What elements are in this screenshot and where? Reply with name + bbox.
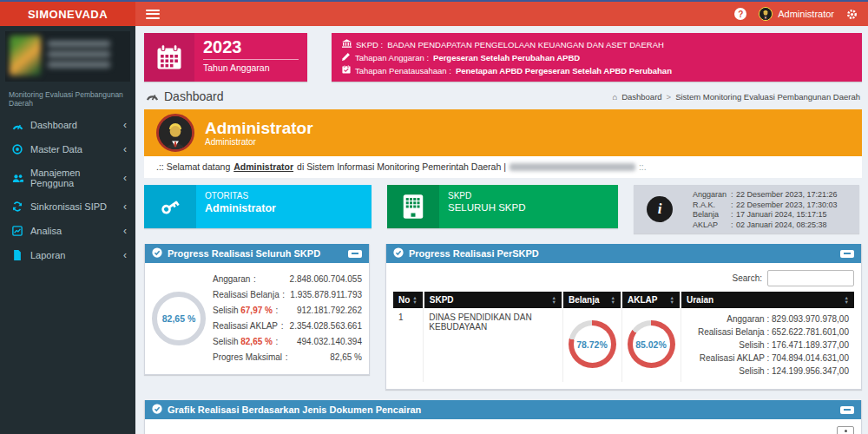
sidebar-section-label: Monitoring Evaluasi Pembangunan Daerah: [0, 83, 135, 113]
row-no: 1: [393, 308, 424, 382]
database-circle-icon: [11, 144, 23, 155]
check-circle-icon: [393, 246, 404, 261]
skpd-info-banner: SKPD : BADAN PENDAPATAN PENGELOLAAN KEUA…: [332, 33, 862, 82]
collapse-button[interactable]: [840, 250, 854, 258]
search-input[interactable]: [767, 270, 854, 286]
perskpd-table: No▲▼ SKPD▲▼ Belanja▲▼ AKLAP▲▼ Uraian▲▼ 1: [393, 292, 854, 382]
bank-icon: [342, 38, 352, 51]
belanja-donut-gauge: 78.72%: [569, 320, 616, 368]
dashboard-icon: [146, 89, 159, 103]
search-label: Search:: [733, 273, 762, 283]
chart-line-icon: [11, 226, 23, 236]
chevron-left-icon: ‹: [123, 143, 127, 155]
breadcrumb-current: Sistem Monitoring Evaluasi Pembangunan D…: [675, 92, 860, 102]
sidebar-toggle-button[interactable]: [146, 10, 160, 19]
building-icon: [387, 185, 439, 228]
redacted-region-name: [510, 163, 635, 171]
page-title: Dashboard: [146, 89, 224, 103]
collapse-button[interactable]: [348, 250, 362, 258]
row-uraian: Anggaran : 829.093.970.978,00 Realisasi …: [681, 308, 854, 382]
sidebar-item-laporan[interactable]: Laporan ‹: [0, 243, 135, 267]
sort-icon: ▲▼: [670, 296, 674, 304]
anggaran-year-label: Tahun Anggaran: [203, 62, 299, 73]
tahun-anggaran-box: 2023 Tahun Anggaran: [144, 33, 307, 82]
users-icon: [11, 174, 23, 183]
column-header-skpd[interactable]: SKPD▲▼: [424, 292, 562, 308]
info-icon: i: [647, 196, 673, 222]
column-header-aklap[interactable]: AKLAP▲▼: [621, 292, 681, 308]
sidebar-item-sinkronisasi-sipd[interactable]: Sinkronisasi SIPD ‹: [0, 194, 135, 219]
breadcrumb-home[interactable]: Dashboard: [621, 92, 661, 102]
org-logo-blurred: [5, 31, 130, 82]
sidebar-item-master-data[interactable]: Master Data ‹: [0, 137, 135, 161]
home-icon: ⌂: [612, 92, 617, 102]
sidebar-item-analisa[interactable]: Analisa ‹: [0, 219, 135, 243]
welcome-username: Administrator: [233, 161, 293, 172]
profile-avatar: [156, 114, 194, 152]
collapse-button[interactable]: [840, 406, 854, 414]
breadcrumb: ⌂ Dashboard > Sistem Monitoring Evaluasi…: [612, 92, 860, 102]
tahapan-anggaran-value: Pergeseran Setelah Perubahan APBD: [433, 51, 580, 64]
chevron-left-icon: ‹: [123, 119, 127, 131]
profile-banner: Administrator Administrator: [144, 109, 862, 156]
sort-icon: ▲▼: [412, 296, 417, 304]
calendar-check-icon: [342, 64, 351, 77]
sync-icon: [11, 201, 23, 212]
otoritas-value: Administrator: [205, 202, 363, 214]
sort-icon: ▲▼: [611, 296, 615, 304]
aklap-donut-gauge: 85.02%: [628, 320, 675, 368]
panel-progress-perskpd: Progress Realisasi PerSKPD Search: No▲▼: [385, 244, 862, 390]
total-progress-gauge: 82,65 %: [152, 292, 206, 345]
panel-grafik-realisasi: Grafik Realisasi Berdasarkan Jenis Dokum…: [144, 400, 862, 434]
otoritas-box[interactable]: OTORITAS Administrator: [144, 185, 372, 228]
app-logo[interactable]: SIMONEVADA: [0, 2, 135, 26]
check-circle-icon: [152, 402, 162, 418]
column-header-belanja[interactable]: Belanja▲▼: [562, 292, 621, 308]
settings-gear-icon[interactable]: [846, 9, 858, 20]
panel-progress-seluruh-skpd: Progress Realisasi Seluruh SKPD 82,65 % …: [144, 244, 370, 375]
chevron-left-icon: ‹: [123, 249, 127, 261]
edit-pencil-icon: [342, 51, 351, 64]
main-content: 2023 Tahun Anggaran SKPD : BADAN PENDAPA…: [135, 26, 868, 434]
user-avatar: [759, 7, 773, 21]
file-icon: [11, 250, 23, 260]
sidebar-item-dashboard[interactable]: Dashboard ‹: [0, 113, 135, 137]
sidebar-item-manajemen-pengguna[interactable]: Manajemen Pengguna ‹: [0, 161, 135, 194]
anggaran-year: 2023: [203, 37, 299, 57]
sync-timestamps-box: i Anggaran:22 Desember 2023, 17:21:26 R.…: [634, 185, 859, 233]
sort-icon: ▲▼: [552, 296, 556, 304]
profile-name: Administrator: [205, 120, 313, 137]
key-icon: [144, 185, 196, 228]
skpd-scope-value: SELURUH SKPD: [448, 202, 609, 213]
column-header-uraian[interactable]: Uraian▲▼: [681, 292, 854, 308]
column-header-no[interactable]: No▲▼: [393, 292, 424, 308]
skpd-name: BADAN PENDAPATAN PENGELOLAAN KEUANGAN DA…: [387, 38, 664, 51]
tahapan-penatausahaan-value: Penetapan APBD Pergeseran Setelah APBD P…: [456, 64, 672, 77]
profile-role: Administrator: [205, 137, 313, 147]
chart-context-menu-button[interactable]: [837, 426, 854, 434]
user-menu[interactable]: Administrator: [759, 7, 834, 21]
help-icon[interactable]: ?: [734, 8, 746, 20]
chevron-left-icon: ‹: [123, 172, 127, 184]
user-name: Administrator: [778, 9, 834, 19]
calendar-icon: [144, 33, 194, 82]
welcome-strip: .:: Selamat datang Administrator di Sist…: [144, 156, 862, 178]
app-window: SIMONEVADA ? Administrator M: [0, 0, 868, 434]
check-circle-icon: [152, 246, 162, 261]
sort-icon: ▲▼: [845, 296, 849, 304]
skpd-box[interactable]: SKPD SELURUH SKPD: [387, 185, 618, 228]
row-skpd-name: DINAS PENDIDIKAN DAN KEBUDAYAAN: [424, 308, 562, 382]
table-row: 1 DINAS PENDIDIKAN DAN KEBUDAYAAN 78.72%…: [393, 308, 854, 382]
sidebar: Monitoring Evaluasi Pembangunan Daerah D…: [0, 26, 135, 434]
chevron-left-icon: ‹: [123, 225, 127, 237]
dashboard-icon: [11, 121, 23, 130]
chevron-left-icon: ‹: [123, 201, 127, 213]
top-navbar: SIMONEVADA ? Administrator: [0, 2, 868, 26]
